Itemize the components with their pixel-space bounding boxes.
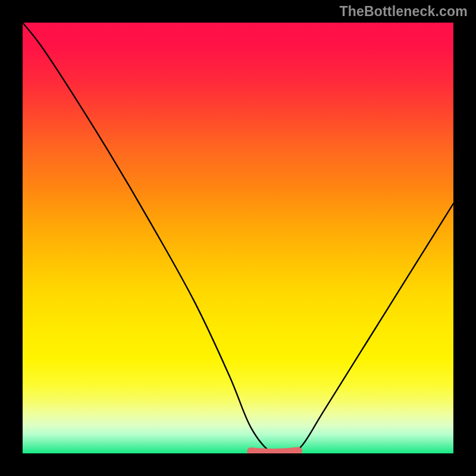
- chart-frame: TheBottleneck.com: [0, 0, 476, 476]
- watermark-text: TheBottleneck.com: [339, 4, 468, 20]
- optimal-flat-highlight: [251, 451, 299, 453]
- chart-lines: [23, 23, 453, 453]
- plot-area: [23, 23, 453, 453]
- bottleneck-curve: [23, 23, 453, 453]
